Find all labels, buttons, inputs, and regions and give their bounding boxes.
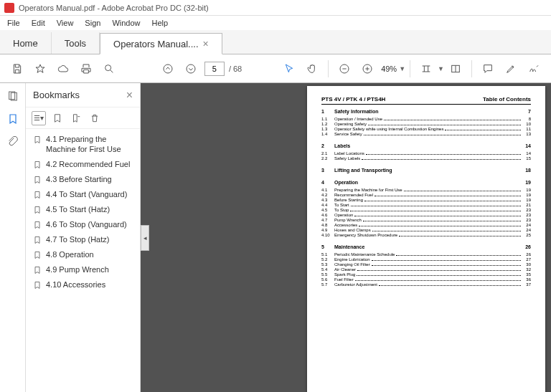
bookmark-item[interactable]: 4.9 Pump Wrench <box>32 262 138 277</box>
bookmark-item[interactable]: 4.10 Accessories <box>32 277 138 292</box>
window-title: Operators Manual.pdf - Adobe Acrobat Pro… <box>19 4 209 12</box>
menu-file[interactable]: File <box>3 17 24 29</box>
bookmark-item[interactable]: 4.6 To Stop (Vanguard) <box>32 217 138 232</box>
toc-section-title: 3Lifting and Transporting18 <box>321 168 531 173</box>
toc-row: 4.10Emergency Shutdown Procedure25 <box>321 233 531 237</box>
select-tool[interactable] <box>279 59 299 79</box>
page-down-button[interactable] <box>181 59 201 79</box>
close-icon[interactable]: × <box>203 38 209 49</box>
bookmarks-list[interactable]: 4.1 Preparing the Machine for First Use4… <box>26 129 140 392</box>
tab-tools[interactable]: Tools <box>52 32 100 54</box>
toc-row: 4.4To Start21 <box>321 203 531 207</box>
svg-point-0 <box>105 64 111 70</box>
collapse-handle[interactable]: ◂ <box>141 225 149 251</box>
comment-button[interactable] <box>478 59 498 79</box>
menu-sign[interactable]: Sign <box>80 17 105 29</box>
bookmark-icon <box>33 220 42 230</box>
titlebar: Operators Manual.pdf - Adobe Acrobat Pro… <box>0 0 551 16</box>
bookmark-label: 4.5 To Start (Hatz) <box>46 204 137 214</box>
save-button[interactable] <box>7 59 27 79</box>
toc-row: 1.4Service Safety13 <box>321 132 531 136</box>
toc-row: 5.6Fuel Filter36 <box>321 277 531 282</box>
page-total: 68 <box>233 64 242 73</box>
bookmark-icon <box>33 190 42 200</box>
page-separator: / <box>229 64 231 73</box>
pdf-page: PTS 4V / PTK 4 / PTS4H Table of Contents… <box>307 86 545 392</box>
sidebar-rail <box>0 83 26 392</box>
chevron-down-icon[interactable]: ▼ <box>438 65 444 72</box>
bookmark-label: 4.3 Before Starting <box>46 174 137 184</box>
toc-row: 4.3Before Starting19 <box>321 198 531 202</box>
menu-edit[interactable]: Edit <box>27 17 50 29</box>
bookmark-icon <box>33 265 42 275</box>
print-button[interactable] <box>76 59 96 79</box>
cloud-button[interactable] <box>53 59 73 79</box>
toolbar: / 68 49% ▼ ▼ <box>0 54 551 83</box>
star-button[interactable] <box>30 59 50 79</box>
bookmark-icon <box>33 280 42 290</box>
bookmark-icon <box>33 235 42 245</box>
fit-width-button[interactable] <box>416 59 436 79</box>
bookmark-label: 4.6 To Stop (Vanguard) <box>46 219 137 229</box>
bookmark-label: 4.1 Preparing the Machine for First Use <box>46 134 137 155</box>
delete-bookmark-button[interactable] <box>88 111 102 125</box>
bookmark-item[interactable]: 4.3 Before Starting <box>32 172 138 187</box>
tabbar: Home Tools Operators Manual.... × <box>0 30 551 54</box>
bookmark-item[interactable]: 4.1 Preparing the Machine for First Use <box>32 132 138 157</box>
bookmark-item[interactable]: 4.5 To Start (Hatz) <box>32 202 138 217</box>
doc-model: PTS 4V / PTK 4 / PTS4H <box>321 96 385 102</box>
tab-document[interactable]: Operators Manual.... × <box>100 33 222 54</box>
menubar: File Edit View Sign Window Help <box>0 16 551 30</box>
read-mode-button[interactable] <box>446 59 466 79</box>
zoom-out-button[interactable] <box>334 59 354 79</box>
toc-row: 5.2Engine Lubrication27 <box>321 257 531 262</box>
toc-row: 1.2Operating Safety10 <box>321 122 531 126</box>
close-icon[interactable]: × <box>126 89 133 102</box>
new-bookmark-from-structure-button[interactable] <box>69 111 83 125</box>
highlight-button[interactable] <box>501 59 521 79</box>
document-area[interactable]: ◂ PTS 4V / PTK 4 / PTS4H Table of Conten… <box>141 83 551 392</box>
toc-row: 4.1Preparing the Machine for First Use19 <box>321 188 531 192</box>
toc-section-title: 5Maintenance26 <box>321 244 531 249</box>
bookmark-item[interactable]: 4.4 To Start (Vanguard) <box>32 187 138 202</box>
thumbnails-icon[interactable] <box>6 89 20 103</box>
menu-window[interactable]: Window <box>108 17 144 29</box>
page-up-button[interactable] <box>158 59 178 79</box>
bookmark-item[interactable]: 4.7 To Stop (Hatz) <box>32 232 138 247</box>
bookmark-icon <box>33 175 42 185</box>
bookmark-label: 4.4 To Start (Vanguard) <box>46 189 137 199</box>
bookmarks-toolbar: ☰▾ <box>26 107 140 129</box>
menu-help[interactable]: Help <box>148 17 173 29</box>
bookmark-item[interactable]: 4.2 Recommended Fuel <box>32 157 138 172</box>
zoom-in-button[interactable] <box>357 59 377 79</box>
hand-tool[interactable] <box>302 59 322 79</box>
toc-row: 4.8Accessories24 <box>321 223 531 227</box>
sign-button[interactable] <box>524 59 544 79</box>
bookmark-label: 4.8 Operation <box>46 249 137 259</box>
chevron-down-icon[interactable]: ▼ <box>399 65 405 72</box>
bookmark-icon <box>33 205 42 215</box>
toc-row: 5.1Periodic Maintenance Schedule26 <box>321 252 531 257</box>
bookmarks-icon[interactable] <box>6 112 20 126</box>
bookmark-options-button[interactable]: ☰▾ <box>32 111 46 125</box>
attachments-icon[interactable] <box>6 135 20 149</box>
tab-home[interactable]: Home <box>0 32 52 54</box>
menu-view[interactable]: View <box>52 17 78 29</box>
search-button[interactable] <box>99 59 119 79</box>
bookmark-label: 4.10 Accessories <box>46 279 137 290</box>
bookmark-label: 4.7 To Stop (Hatz) <box>46 234 137 244</box>
toc-row: 4.6Operation23 <box>321 213 531 217</box>
toc-section-title: 4Operation19 <box>321 180 531 185</box>
new-bookmark-button[interactable] <box>50 111 65 125</box>
toc-section-title: 1Safety Information7 <box>321 109 531 114</box>
bookmark-item[interactable]: 4.8 Operation <box>32 247 138 262</box>
zoom-level[interactable]: 49% <box>381 64 397 73</box>
toc-row: 2.1Label Locations14 <box>321 151 531 156</box>
page-number-input[interactable] <box>204 62 225 76</box>
bookmarks-panel: Bookmarks × ☰▾ 4.1 Preparing the Machine… <box>26 83 141 392</box>
toc-row: 5.7Carburetor Adjustment37 <box>321 282 531 287</box>
toc-row: 5.4Air Cleaner32 <box>321 267 531 272</box>
toc-row: 4.2Recommended Fuel19 <box>321 193 531 197</box>
toc-row: 4.7Pump Wrench23 <box>321 218 531 222</box>
bookmark-label: 4.9 Pump Wrench <box>46 264 137 274</box>
